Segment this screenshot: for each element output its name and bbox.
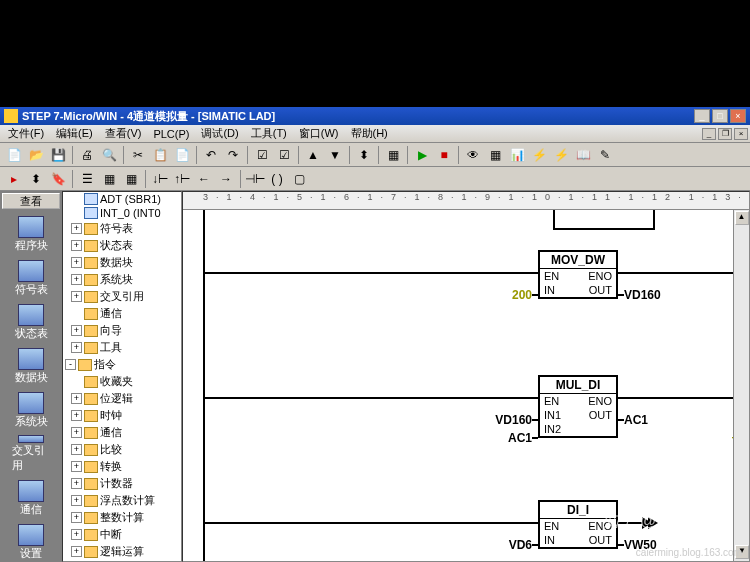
contact-down-icon[interactable]: ↓⊢ bbox=[150, 169, 170, 189]
nav-settings[interactable]: 设置 bbox=[12, 523, 50, 561]
nav-symbol-table[interactable]: 符号表 bbox=[12, 259, 50, 297]
compile-all-icon[interactable]: ☑ bbox=[274, 145, 294, 165]
ladder-canvas[interactable]: 3·1·4·1·5·1·6·1·7·1·8·1·9·1·10·1·11·1·12… bbox=[182, 191, 750, 562]
print-icon[interactable]: 🖨 bbox=[77, 145, 97, 165]
grid2-icon[interactable]: ▦ bbox=[121, 169, 141, 189]
tree-item[interactable]: +时钟 bbox=[63, 407, 181, 424]
nav-data-block[interactable]: 数据块 bbox=[12, 347, 50, 385]
download-icon[interactable]: ▼ bbox=[325, 145, 345, 165]
tree-item[interactable]: +符号表 bbox=[63, 220, 181, 237]
maximize-button[interactable]: □ bbox=[712, 109, 728, 123]
unforce-icon[interactable]: ⚡ bbox=[551, 145, 571, 165]
menu-edit[interactable]: 编辑(E) bbox=[50, 126, 99, 141]
network-icon[interactable]: ▦ bbox=[383, 145, 403, 165]
copy-icon[interactable]: 📋 bbox=[150, 145, 170, 165]
ladder-block-mul_di[interactable]: MUL_DIENENOIN1OUTIN2 bbox=[538, 375, 618, 438]
read-icon[interactable]: 📖 bbox=[573, 145, 593, 165]
menu-view[interactable]: 查看(V) bbox=[99, 126, 148, 141]
menu-window[interactable]: 窗口(W) bbox=[293, 126, 345, 141]
menu-plc[interactable]: PLC(P) bbox=[147, 128, 195, 140]
contact-icon[interactable]: ⊣⊢ bbox=[245, 169, 265, 189]
tree-item[interactable]: +通信 bbox=[63, 424, 181, 441]
menu-help[interactable]: 帮助(H) bbox=[345, 126, 394, 141]
menu-bar: 文件(F) 编辑(E) 查看(V) PLC(P) 调试(D) 工具(T) 窗口(… bbox=[0, 125, 750, 143]
symbol-icon[interactable]: ▸ bbox=[4, 169, 24, 189]
box-icon[interactable]: ▢ bbox=[289, 169, 309, 189]
write-icon[interactable]: ✎ bbox=[595, 145, 615, 165]
tree-item[interactable]: +浮点数计算 bbox=[63, 492, 181, 509]
minimize-button[interactable]: _ bbox=[694, 109, 710, 123]
ladder-block-mov_dw[interactable]: MOV_DWENENOINOUT bbox=[538, 250, 618, 299]
save-icon[interactable]: 💾 bbox=[48, 145, 68, 165]
toolbar-main: 📄 📂 💾 🖨 🔍 ✂ 📋 📄 ↶ ↷ ☑ ☑ ▲ ▼ ⬍ ▦ ▶ ■ 👁 ▦ … bbox=[0, 143, 750, 167]
instruction-tree[interactable]: ADT (SBR1)INT_0 (INT0+符号表+状态表+数据块+系统块+交叉… bbox=[62, 191, 182, 562]
open-icon[interactable]: 📂 bbox=[26, 145, 46, 165]
mdi-close-button[interactable]: × bbox=[734, 128, 748, 140]
force-icon[interactable]: ⚡ bbox=[529, 145, 549, 165]
tree-item[interactable]: +中断 bbox=[63, 526, 181, 543]
coil-icon[interactable]: ( ) bbox=[267, 169, 287, 189]
tree-item[interactable]: INT_0 (INT0 bbox=[63, 206, 181, 220]
toolbar-ladder: ▸ ⬍ 🔖 ☰ ▦ ▦ ↓⊢ ↑⊢ ← → ⊣⊢ ( ) ▢ bbox=[0, 167, 750, 191]
tree-item[interactable]: ADT (SBR1) bbox=[63, 192, 181, 206]
tree-item[interactable]: 收藏夹 bbox=[63, 373, 181, 390]
tree-item[interactable]: +交叉引用 bbox=[63, 288, 181, 305]
mdi-restore-button[interactable]: ❐ bbox=[718, 128, 732, 140]
new-icon[interactable]: 📄 bbox=[4, 145, 24, 165]
app-icon bbox=[4, 109, 18, 123]
undo-icon[interactable]: ↶ bbox=[201, 145, 221, 165]
run-icon[interactable]: ▶ bbox=[412, 145, 432, 165]
paste-icon[interactable]: 📄 bbox=[172, 145, 192, 165]
tree-item[interactable]: +状态表 bbox=[63, 237, 181, 254]
tree-item[interactable]: +向导 bbox=[63, 322, 181, 339]
tree-item[interactable]: +位逻辑 bbox=[63, 390, 181, 407]
toggle-icon[interactable]: ☰ bbox=[77, 169, 97, 189]
contact-up-icon[interactable]: ↑⊢ bbox=[172, 169, 192, 189]
redo-icon[interactable]: ↷ bbox=[223, 145, 243, 165]
window-title: STEP 7-Micro/WIN - 4通道模拟量 - [SIMATIC LAD… bbox=[22, 109, 694, 124]
footer-credit: caierming.blog.163.com bbox=[636, 547, 742, 558]
branch-left-icon[interactable]: ← bbox=[194, 169, 214, 189]
grid-icon[interactable]: ▦ bbox=[99, 169, 119, 189]
status-icon[interactable]: ▦ bbox=[485, 145, 505, 165]
stop-icon[interactable]: ■ bbox=[434, 145, 454, 165]
menu-debug[interactable]: 调试(D) bbox=[195, 126, 244, 141]
tree-item[interactable]: -指令 bbox=[63, 356, 181, 373]
monitor-icon[interactable]: 👁 bbox=[463, 145, 483, 165]
bookmark-icon[interactable]: 🔖 bbox=[48, 169, 68, 189]
tree-item[interactable]: +工具 bbox=[63, 339, 181, 356]
navigation-bar: 查看 程序块 符号表 状态表 数据块 系统块 交叉引用 通信 设置 bbox=[0, 191, 62, 562]
chart-icon[interactable]: 📊 bbox=[507, 145, 527, 165]
tree-item[interactable]: +数据块 bbox=[63, 254, 181, 271]
preview-icon[interactable]: 🔍 bbox=[99, 145, 119, 165]
upload-icon[interactable]: ▲ bbox=[303, 145, 323, 165]
tree-item[interactable]: 通信 bbox=[63, 305, 181, 322]
tree-item[interactable]: +计数器 bbox=[63, 475, 181, 492]
menu-tools[interactable]: 工具(T) bbox=[245, 126, 293, 141]
address-icon[interactable]: ⬍ bbox=[26, 169, 46, 189]
tree-item[interactable]: +比较 bbox=[63, 441, 181, 458]
ruler: 3·1·4·1·5·1·6·1·7·1·8·1·9·1·10·1·11·1·12… bbox=[183, 192, 749, 210]
tree-item[interactable]: +系统块 bbox=[63, 271, 181, 288]
tree-item[interactable]: +逻辑运算 bbox=[63, 543, 181, 560]
mdi-minimize-button[interactable]: _ bbox=[702, 128, 716, 140]
nav-header: 查看 bbox=[2, 193, 60, 209]
vertical-scrollbar[interactable]: ▲ ▼ bbox=[733, 210, 749, 561]
nav-comm[interactable]: 通信 bbox=[12, 479, 50, 517]
menu-file[interactable]: 文件(F) bbox=[2, 126, 50, 141]
close-button[interactable]: × bbox=[730, 109, 746, 123]
tree-item[interactable]: +整数计算 bbox=[63, 509, 181, 526]
tree-item[interactable]: +转换 bbox=[63, 458, 181, 475]
cut-icon[interactable]: ✂ bbox=[128, 145, 148, 165]
scroll-up-icon[interactable]: ▲ bbox=[735, 211, 749, 225]
title-bar: STEP 7-Micro/WIN - 4通道模拟量 - [SIMATIC LAD… bbox=[0, 107, 750, 125]
branch-right-icon[interactable]: → bbox=[216, 169, 236, 189]
compile-icon[interactable]: ☑ bbox=[252, 145, 272, 165]
nav-program-block[interactable]: 程序块 bbox=[12, 215, 50, 253]
nav-cross-ref[interactable]: 交叉引用 bbox=[12, 435, 50, 473]
nav-status-chart[interactable]: 状态表 bbox=[12, 303, 50, 341]
nav-system-block[interactable]: 系统块 bbox=[12, 391, 50, 429]
watermark: 知乎 @虚拟人生 bbox=[603, 511, 720, 532]
sort-icon[interactable]: ⬍ bbox=[354, 145, 374, 165]
